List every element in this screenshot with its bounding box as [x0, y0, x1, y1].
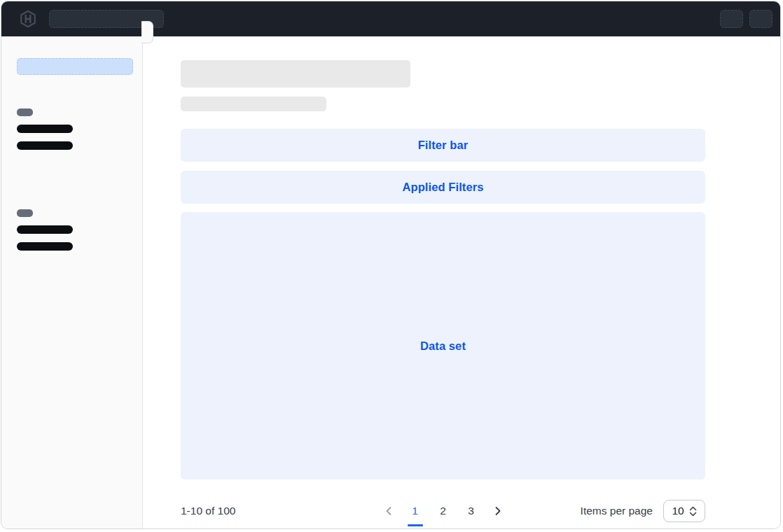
page-subtitle-skeleton — [181, 97, 326, 111]
sidebar-nav-item-skeleton-3[interactable] — [17, 225, 73, 234]
sidebar-nav-item-skeleton-4[interactable] — [17, 242, 73, 251]
pager: 1 2 3 — [383, 503, 504, 519]
sidebar-nav-item-skeleton-2[interactable] — [17, 141, 73, 150]
page-size-select[interactable]: 10 — [663, 500, 705, 522]
data-set-region: Data set — [181, 212, 705, 479]
sidebar-selected-item-skeleton[interactable] — [17, 58, 133, 75]
page-title-skeleton — [181, 60, 410, 88]
sidebar-collapse-handle[interactable] — [141, 21, 153, 43]
page-size-value: 10 — [672, 505, 684, 517]
data-set-label: Data set — [420, 340, 466, 353]
top-navbar — [1, 1, 780, 36]
hashicorp-logo-icon — [19, 10, 37, 28]
page-button-1[interactable]: 1 — [408, 503, 422, 519]
sidebar — [1, 36, 143, 528]
items-per-page-label: Items per page — [581, 505, 653, 517]
filter-bar-label: Filter bar — [418, 139, 469, 152]
navbar-action-skeleton-1[interactable] — [720, 10, 743, 28]
items-per-page-group: Items per page 10 — [581, 500, 705, 522]
sidebar-section-title-skeleton-2 — [17, 209, 33, 217]
main-content: Filter bar Applied Filters Data set 1-10… — [143, 36, 780, 528]
filter-bar-region: Filter bar — [181, 129, 705, 162]
unfold-caret-icon — [689, 506, 697, 517]
chevron-left-icon[interactable] — [383, 503, 394, 519]
sidebar-nav-item-skeleton-1[interactable] — [17, 125, 73, 133]
applied-filters-region: Applied Filters — [181, 171, 705, 204]
pagination-bar: 1-10 of 100 1 2 3 Items per page — [181, 489, 705, 529]
navbar-actions — [720, 10, 772, 28]
page-button-2[interactable]: 2 — [436, 503, 450, 519]
app-window: Filter bar Applied Filters Data set 1-10… — [1, 1, 781, 529]
sidebar-section-title-skeleton-1 — [17, 108, 33, 116]
page-button-3[interactable]: 3 — [464, 503, 478, 519]
chevron-right-icon[interactable] — [492, 503, 504, 519]
applied-filters-label: Applied Filters — [402, 181, 483, 194]
navbar-action-skeleton-2[interactable] — [749, 10, 772, 28]
pagination-range-label: 1-10 of 100 — [181, 505, 235, 517]
